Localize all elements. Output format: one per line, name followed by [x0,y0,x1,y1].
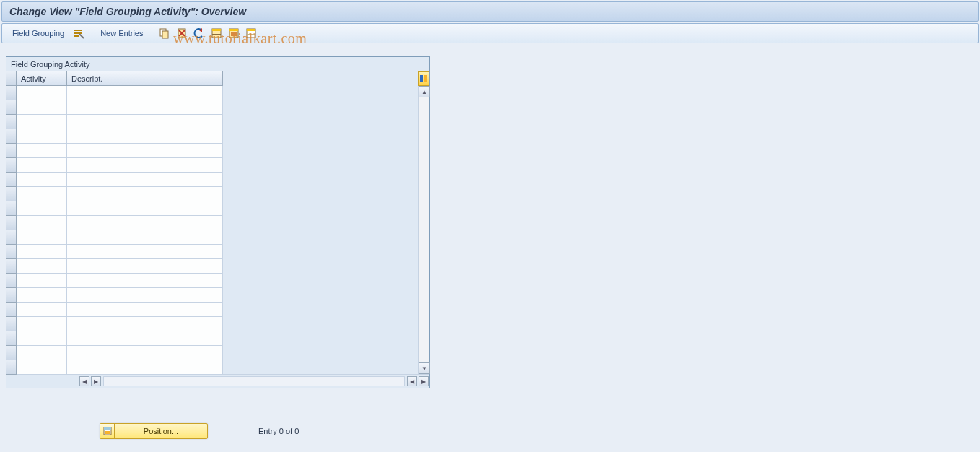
cell-descript[interactable] [67,274,223,288]
cell-descript[interactable] [67,144,223,158]
row-selector[interactable] [6,346,17,360]
cell-descript[interactable] [67,245,223,259]
horizontal-scrollbar[interactable]: ◀ ▶ ◀ ▶ [6,375,429,388]
footer-bar: Position... Entry 0 of 0 [6,423,974,439]
cell-descript[interactable] [67,360,223,375]
cell-activity[interactable] [17,317,67,331]
svg-rect-23 [104,427,111,430]
row-selector[interactable] [6,360,17,375]
row-selector[interactable] [6,317,17,331]
cell-descript[interactable] [67,115,223,129]
table-row [6,346,223,360]
application-toolbar: Field Grouping New Entries [1,23,979,43]
row-selector[interactable] [6,331,17,346]
cell-activity[interactable] [17,201,67,216]
table-row [6,259,223,274]
cell-activity[interactable] [17,331,67,346]
row-selector[interactable] [6,288,17,303]
cell-descript[interactable] [67,100,223,115]
scroll-up-icon[interactable]: ▲ [419,86,430,97]
table-settings-icon[interactable] [418,71,429,86]
cell-descript[interactable] [67,173,223,187]
scroll-right-step-icon[interactable]: ▶ [91,376,101,386]
cell-descript[interactable] [67,187,223,201]
row-selector[interactable] [6,86,17,100]
vertical-scrollbar[interactable]: ▲ ▼ [418,86,429,374]
cell-activity[interactable] [17,187,67,201]
table-row [6,317,223,331]
row-selector[interactable] [6,274,17,288]
cell-descript[interactable] [67,216,223,230]
cell-activity[interactable] [17,303,67,317]
cell-activity[interactable] [17,245,67,259]
cell-activity[interactable] [17,86,67,100]
cell-activity[interactable] [17,129,67,144]
row-selector[interactable] [6,173,17,187]
new-entries-button[interactable]: New Entries [96,26,147,40]
row-selector-header[interactable] [6,71,17,86]
copy-as-icon[interactable] [157,26,172,40]
cell-activity[interactable] [17,274,67,288]
row-selector[interactable] [6,158,17,173]
scroll-left-step-icon[interactable]: ◀ [407,376,417,386]
scroll-down-icon[interactable]: ▼ [419,362,430,374]
row-selector[interactable] [6,144,17,158]
svg-rect-24 [105,431,110,434]
cell-activity[interactable] [17,144,67,158]
cell-activity[interactable] [17,100,67,115]
cell-descript[interactable] [67,129,223,144]
entry-count-text: Entry 0 of 0 [258,427,299,435]
scroll-right-icon[interactable]: ▶ [419,376,429,386]
cell-descript[interactable] [67,158,223,173]
position-button[interactable]: Position... [100,423,208,439]
select-all-icon[interactable] [209,26,224,40]
horizontal-scroll-track[interactable] [103,376,405,386]
cell-descript[interactable] [67,346,223,360]
row-selector[interactable] [6,129,17,144]
cell-descript[interactable] [67,288,223,303]
select-block-icon[interactable] [227,26,241,40]
cell-activity[interactable] [17,346,67,360]
svg-rect-19 [247,34,255,35]
row-selector[interactable] [6,230,17,245]
row-selector[interactable] [6,187,17,201]
cell-activity[interactable] [17,259,67,274]
cell-activity[interactable] [17,216,67,230]
delete-icon[interactable] [175,26,189,40]
table-row [6,216,223,230]
row-selector[interactable] [6,245,17,259]
cell-descript[interactable] [67,86,223,100]
cell-activity[interactable] [17,115,67,129]
cell-activity[interactable] [17,173,67,187]
table-row [6,100,223,115]
table-header-row: Activity Descript. [6,71,223,86]
cell-activity[interactable] [17,288,67,303]
undo-change-icon[interactable] [192,26,206,40]
cell-descript[interactable] [67,230,223,245]
cell-descript[interactable] [67,303,223,317]
cell-activity[interactable] [17,360,67,375]
row-selector[interactable] [6,100,17,115]
table-row [6,331,223,346]
row-selector[interactable] [6,201,17,216]
vertical-scroll-track[interactable] [419,97,429,362]
details-icon[interactable] [71,26,86,40]
cell-descript[interactable] [67,259,223,274]
cell-activity[interactable] [17,158,67,173]
table-title: Field Grouping Activity [6,57,429,71]
cell-activity[interactable] [17,230,67,245]
row-selector[interactable] [6,259,17,274]
row-selector[interactable] [6,115,17,129]
column-header-activity[interactable]: Activity [17,71,67,86]
table-row [6,129,223,144]
svg-rect-20 [420,75,423,82]
column-header-descript[interactable]: Descript. [67,71,223,86]
row-selector[interactable] [6,303,17,317]
cell-descript[interactable] [67,317,223,331]
cell-descript[interactable] [67,331,223,346]
deselect-all-icon[interactable] [244,26,258,40]
cell-descript[interactable] [67,201,223,216]
row-selector[interactable] [6,216,17,230]
field-grouping-button[interactable]: Field Grouping [8,26,69,40]
scroll-left-icon[interactable]: ◀ [79,376,89,386]
